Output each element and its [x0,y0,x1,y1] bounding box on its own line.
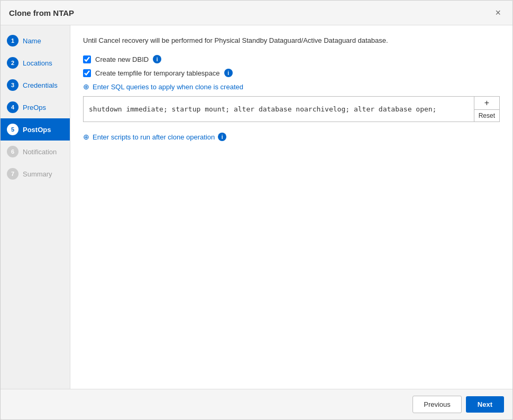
scripts-link-icon: ⊕ [83,133,89,141]
main-content: Until Cancel recovery will be performed … [70,25,512,389]
reset-sql-button[interactable]: Reset [474,110,499,122]
scripts-link-text[interactable]: Enter scripts to run after clone operati… [93,133,215,141]
step-badge: 3 [7,79,19,91]
close-button[interactable]: × [492,7,504,18]
sql-link-text[interactable]: Enter SQL queries to apply when clone is… [93,83,243,91]
sql-input[interactable] [83,96,474,122]
step-label: Credentials [23,81,58,89]
step-label: PreOps [23,104,46,111]
next-button[interactable]: Next [466,396,504,413]
step-badge: 7 [7,168,19,180]
dialog-footer: Previous Next [1,389,512,419]
clone-dialog: Clone from NTAP × 1Name2Locations3Creden… [0,0,513,420]
step-badge: 1 [7,35,19,46]
info-text: Until Cancel recovery will be performed … [83,36,500,45]
sidebar-item-locations[interactable]: 2Locations [1,52,70,74]
add-sql-button[interactable]: + [474,97,499,110]
create-tempfile-info-icon[interactable]: i [224,69,233,77]
sql-link-row[interactable]: ⊕ Enter SQL queries to apply when clone … [83,82,500,91]
step-label: Name [23,37,41,45]
sidebar-item-credentials[interactable]: 3Credentials [1,74,70,96]
create-tempfile-checkbox[interactable] [83,69,91,77]
create-dbid-info-icon[interactable]: i [153,55,161,63]
scripts-link-row[interactable]: ⊕ Enter scripts to run after clone opera… [83,133,500,141]
create-tempfile-label: Create tempfile for temporary tablespace [95,69,220,77]
step-badge: 5 [7,124,19,135]
step-label: Summary [23,170,52,178]
sidebar-item-notification[interactable]: 6Notification [1,141,70,163]
step-badge: 2 [7,57,19,69]
checkbox-row-tempfile: Create tempfile for temporary tablespace… [83,69,500,77]
sidebar-item-postops[interactable]: 5PostOps [1,118,70,141]
scripts-info-icon[interactable]: i [218,133,226,141]
sql-link-icon: ⊕ [83,82,89,91]
dialog-header: Clone from NTAP × [1,1,512,25]
sidebar-item-preops[interactable]: 4PreOps [1,96,70,118]
previous-button[interactable]: Previous [413,396,462,413]
step-badge: 4 [7,101,19,113]
sql-btn-group: + Reset [474,96,500,122]
sidebar-item-name[interactable]: 1Name [1,30,70,52]
sidebar-item-summary[interactable]: 7Summary [1,163,70,185]
create-dbid-checkbox[interactable] [83,55,91,63]
dialog-title: Clone from NTAP [9,8,74,17]
checkbox-row-dbid: Create new DBID i [83,55,500,63]
step-badge: 6 [7,146,19,157]
step-label: Locations [23,59,52,67]
sidebar: 1Name2Locations3Credentials4PreOps5PostO… [1,25,70,389]
step-label: Notification [23,148,57,156]
create-dbid-label: Create new DBID [95,55,149,63]
step-label: PostOps [23,126,51,134]
sql-row: + Reset [83,96,500,122]
dialog-body: 1Name2Locations3Credentials4PreOps5PostO… [1,25,512,389]
